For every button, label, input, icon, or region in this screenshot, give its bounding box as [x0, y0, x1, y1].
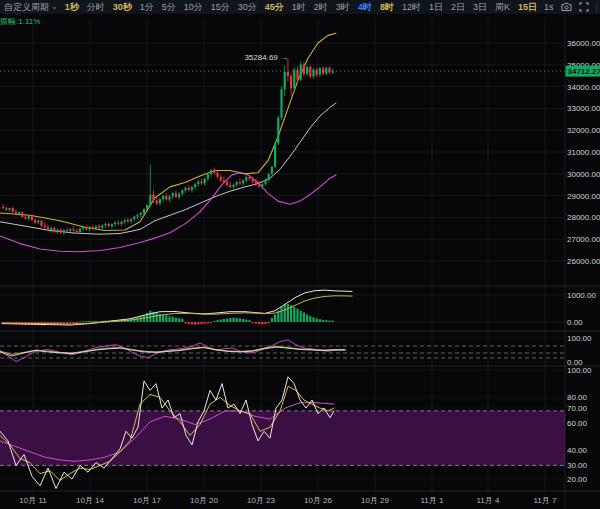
amplitude-stat: 振幅:1.11%	[0, 16, 40, 27]
time-axis-label: 11月 7	[534, 496, 558, 505]
time-axis-label: 10月 29	[361, 496, 390, 505]
interval-3时[interactable]: 3时	[336, 1, 350, 14]
trading-app: 35284.69 →36000.0035000.0034000.0033000.…	[0, 0, 600, 509]
time-axis-label: 10月 17	[133, 496, 162, 505]
interval-3日[interactable]: 3日	[473, 1, 487, 14]
price-axis-label: 30000.00	[567, 170, 600, 179]
interval-list: 1秒分时30秒1分5分10分15分30分45分1时2时3时4时8时12时1日2日…	[65, 1, 537, 14]
rsi-axis-label: 30.00	[567, 461, 588, 470]
interval-30分[interactable]: 30分	[238, 1, 257, 14]
interval-4时[interactable]: 4时	[358, 1, 372, 14]
time-axis-label: 10月 20	[190, 496, 219, 505]
chart-canvas[interactable]: 35284.69 →36000.0035000.0034000.0033000.…	[0, 0, 600, 509]
time-axis-label: 10月 14	[76, 496, 105, 505]
current-price-badge: 34712.27	[566, 66, 600, 77]
rsi-axis-label: 20.00	[567, 475, 588, 484]
interval-45分[interactable]: 45分	[265, 1, 284, 14]
interval-2时[interactable]: 2时	[314, 1, 328, 14]
price-axis-label: 28000.00	[567, 213, 600, 222]
interval-1时[interactable]: 1时	[292, 1, 306, 14]
interval-2日[interactable]: 2日	[451, 1, 465, 14]
chevron-down-icon: ⌄	[51, 4, 58, 10]
time-axis-label: 11月 4	[477, 496, 501, 505]
interval-15日[interactable]: 15日	[518, 1, 537, 14]
interval-1s[interactable]: 1s	[544, 2, 554, 12]
rsi-axis-label: 40.00	[567, 446, 588, 455]
custom-period-label: 自定义周期	[4, 1, 49, 14]
time-axis-label: 10月 11	[19, 496, 47, 505]
fullscreen-icon[interactable]	[579, 2, 589, 12]
rsi-axis-label: 70.00	[567, 404, 588, 413]
interval-15分[interactable]: 15分	[211, 1, 230, 14]
interval-1秒[interactable]: 1秒	[65, 1, 79, 14]
toolbar-divider	[596, 3, 597, 12]
current-price-value: 34712.27	[568, 67, 600, 76]
camera-icon[interactable]	[561, 2, 572, 12]
macd-axis-label: 1000.00	[567, 291, 596, 300]
interval-8时[interactable]: 8时	[380, 1, 394, 14]
toolbar-right: 1s 未命名 ⌄ 下单	[544, 0, 600, 15]
price-axis-label: 29000.00	[567, 192, 600, 201]
custom-period-dropdown[interactable]: 自定义周期 ⌄	[4, 1, 58, 14]
price-axis-label: 31000.00	[567, 148, 600, 157]
interval-1分[interactable]: 1分	[140, 1, 154, 14]
price-axis-label: 34000.00	[567, 83, 600, 92]
interval-12时[interactable]: 12时	[402, 1, 421, 14]
price-axis-label: 36000.00	[567, 39, 600, 48]
interval-10分[interactable]: 10分	[184, 1, 203, 14]
time-axis-label: 10月 23	[247, 496, 276, 505]
price-axis-label: 27000.00	[567, 235, 600, 244]
macd-axis-label: 0.00	[567, 318, 583, 327]
rsi-axis-label: 100.00	[567, 366, 592, 375]
interval-1日[interactable]: 1日	[429, 1, 443, 14]
interval-分时[interactable]: 分时	[87, 1, 105, 14]
rsi-band	[0, 411, 565, 466]
top-toolbar: 自定义周期 ⌄ 1秒分时30秒1分5分10分15分30分45分1时2时3时4时8…	[0, 0, 600, 15]
time-axis-label: 10月 26	[304, 496, 333, 505]
price-axis-label: 33000.00	[567, 104, 600, 113]
osc-axis-label: 100.00	[567, 334, 592, 343]
interval-周K[interactable]: 周K	[495, 1, 510, 14]
price-axis-label: 26000.00	[567, 257, 600, 266]
rsi-axis-label: 60.00	[567, 419, 588, 428]
time-axis-label: 11月 1	[421, 496, 445, 505]
interval-5分[interactable]: 5分	[162, 1, 176, 14]
interval-30秒[interactable]: 30秒	[113, 1, 132, 14]
price-axis-label: 32000.00	[567, 126, 600, 135]
peak-price-annotation: 35284.69 →	[244, 53, 288, 62]
rsi-axis-label: 80.00	[567, 393, 588, 402]
